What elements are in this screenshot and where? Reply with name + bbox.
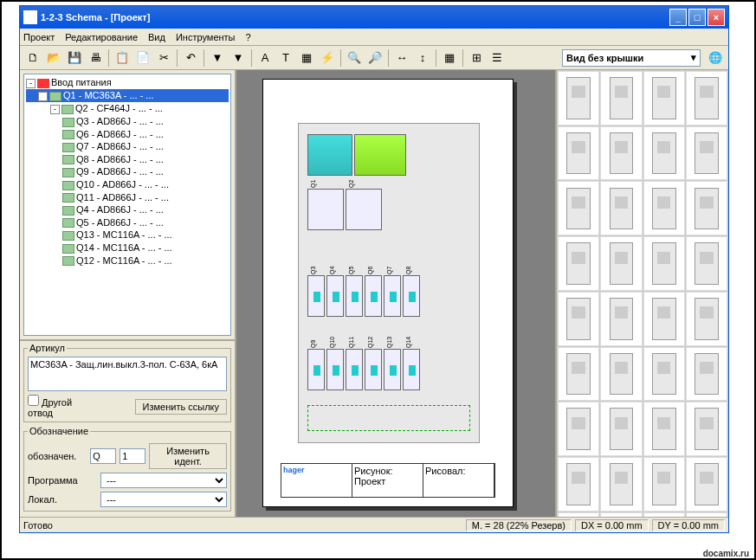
component-thumbnail[interactable]: [558, 512, 599, 517]
print-icon[interactable]: 🖶: [86, 48, 105, 68]
component-thumbnail[interactable]: [558, 181, 599, 235]
component-thumbnail[interactable]: [643, 347, 685, 402]
component-thumbnail[interactable]: [600, 512, 642, 517]
change-ident-button[interactable]: Изменить идент.: [149, 443, 227, 469]
maximize-button[interactable]: □: [688, 9, 706, 26]
component-thumbnail[interactable]: [643, 236, 685, 291]
component-thumbnail[interactable]: [600, 457, 642, 512]
program-select[interactable]: ---: [100, 473, 227, 488]
component-thumbnail[interactable]: [600, 236, 642, 291]
tree-item-q2[interactable]: -Q2 - CF464J - ... - ...: [26, 102, 229, 115]
menu-tools[interactable]: Инструменты: [176, 32, 236, 42]
cut-icon[interactable]: ✂: [154, 48, 173, 68]
tree-item[interactable]: Q10 - AD866J - ... - ...: [26, 178, 229, 191]
component-thumbnail[interactable]: [686, 347, 727, 402]
menu-help[interactable]: ?: [246, 32, 251, 42]
breaker-q4[interactable]: Q4: [326, 275, 344, 317]
menu-project[interactable]: Проект: [23, 32, 55, 42]
terminal-block-pe[interactable]: [354, 134, 406, 176]
component-thumbnail[interactable]: [558, 126, 599, 181]
save-icon[interactable]: 💾: [65, 48, 84, 68]
breaker-q14[interactable]: Q14: [403, 349, 420, 390]
filter-icon[interactable]: ▼: [208, 48, 227, 68]
component-thumbnail[interactable]: [558, 457, 599, 512]
breaker-q12[interactable]: Q12: [365, 349, 382, 390]
component-thumbnail[interactable]: [643, 292, 685, 346]
breaker-q8[interactable]: Q8: [403, 275, 420, 317]
component-thumbnail[interactable]: [558, 402, 599, 456]
t-icon[interactable]: T: [276, 48, 295, 68]
breaker-q9[interactable]: Q9: [307, 349, 325, 390]
tree-item[interactable]: Q12 - MC116A - ... - ...: [26, 254, 229, 267]
tree-item-q1[interactable]: -Q1 - MC363A - ... - ...: [26, 89, 229, 102]
filter2-icon[interactable]: ▼: [229, 48, 248, 68]
component-thumbnail[interactable]: [558, 71, 599, 126]
breaker-q3[interactable]: Q3: [307, 275, 325, 317]
minimize-button[interactable]: _: [669, 9, 687, 26]
component-thumbnail[interactable]: [643, 512, 685, 517]
component-thumbnail[interactable]: [643, 71, 685, 126]
component-thumbnail[interactable]: [558, 347, 599, 402]
breaker-q7[interactable]: Q7: [384, 275, 401, 317]
component-thumbnail[interactable]: [600, 347, 642, 402]
component-thumbnail[interactable]: [686, 292, 727, 346]
tree-item[interactable]: Q9 - AD866J - ... - ...: [26, 165, 229, 178]
tree-item[interactable]: Q3 - AD866J - ... - ...: [26, 115, 229, 128]
component-thumbnail[interactable]: [643, 181, 685, 235]
component-thumbnail[interactable]: [600, 181, 642, 235]
component-thumbnail[interactable]: [600, 71, 642, 126]
component-thumbnail[interactable]: [686, 126, 727, 181]
tree-item[interactable]: Q6 - AD866J - ... - ...: [26, 128, 229, 141]
component-thumbnail[interactable]: [686, 236, 727, 291]
paste-icon[interactable]: 📄: [133, 48, 152, 68]
designation-prefix-input[interactable]: [90, 448, 116, 464]
tree-item[interactable]: Q4 - AD866J - ... - ...: [26, 203, 229, 216]
electrical-panel[interactable]: Q1 Q2 Q3 Q4 Q5 Q6 Q7 Q8 Q9 Q10 Q11: [298, 123, 480, 443]
undo-icon[interactable]: ↶: [181, 48, 200, 68]
article-text[interactable]: MC363A - Защ.лин.выкл.3-пол. C-63A, 6кА: [28, 357, 227, 391]
tree-item[interactable]: Q7 - AD866J - ... - ...: [26, 140, 229, 153]
breaker-q11[interactable]: Q11: [346, 349, 363, 390]
copy-icon[interactable]: 📋: [113, 48, 132, 68]
breaker-q13[interactable]: Q13: [384, 349, 401, 390]
zoom-in-icon[interactable]: 🔍: [345, 48, 364, 68]
menu-view[interactable]: Вид: [148, 32, 165, 42]
breaker-q5[interactable]: Q5: [346, 275, 363, 317]
component-thumbnail[interactable]: [643, 402, 685, 456]
component-thumbnail[interactable]: [643, 457, 685, 512]
component-thumbnail[interactable]: [643, 126, 685, 181]
doc-icon[interactable]: ▦: [297, 48, 316, 68]
lightning-icon[interactable]: ⚡: [318, 48, 337, 68]
component-thumbnail[interactable]: [686, 402, 727, 456]
component-thumbnail[interactable]: [558, 292, 599, 346]
tree-item[interactable]: Q11 - AD866J - ... - ...: [26, 191, 229, 204]
new-icon[interactable]: 🗋: [23, 48, 42, 68]
tree-item[interactable]: Q13 - MC116A - ... - ...: [26, 229, 229, 241]
change-link-button[interactable]: Изменить ссылку: [135, 399, 227, 415]
designation-number-input[interactable]: [120, 448, 145, 464]
component-thumbnail[interactable]: [600, 292, 642, 346]
open-icon[interactable]: 📂: [44, 48, 63, 68]
close-button[interactable]: ×: [708, 9, 725, 26]
component-thumbnail[interactable]: [686, 457, 727, 512]
breaker-q10[interactable]: Q10: [326, 349, 344, 390]
grid-icon[interactable]: ▦: [440, 48, 459, 68]
breaker-q6[interactable]: Q6: [365, 275, 382, 317]
component-thumbnail[interactable]: [686, 181, 727, 235]
breaker-q2[interactable]: Q2: [346, 189, 382, 230]
dim-icon[interactable]: ↔: [392, 48, 411, 68]
view-selector[interactable]: Вид без крышки: [562, 49, 701, 67]
component-thumbnail[interactable]: [600, 402, 642, 456]
component-thumbnail[interactable]: [600, 126, 642, 181]
tree-item[interactable]: Q5 - AD866J - ... - ...: [26, 216, 229, 229]
tree-item[interactable]: Q8 - AD866J - ... - ...: [26, 153, 229, 166]
canvas[interactable]: Q1 Q2 Q3 Q4 Q5 Q6 Q7 Q8 Q9 Q10 Q11: [236, 70, 555, 517]
breaker-q1[interactable]: Q1: [307, 189, 344, 230]
component-thumbnail[interactable]: [558, 236, 599, 291]
tree-root[interactable]: -Ввод питания: [26, 76, 229, 89]
list-icon[interactable]: ☰: [488, 48, 507, 68]
component-library[interactable]: [555, 70, 728, 517]
menu-edit[interactable]: Редактирование: [65, 32, 138, 42]
dim2-icon[interactable]: ↕: [413, 48, 432, 68]
tree-item[interactable]: Q14 - MC116A - ... - ...: [26, 241, 229, 254]
